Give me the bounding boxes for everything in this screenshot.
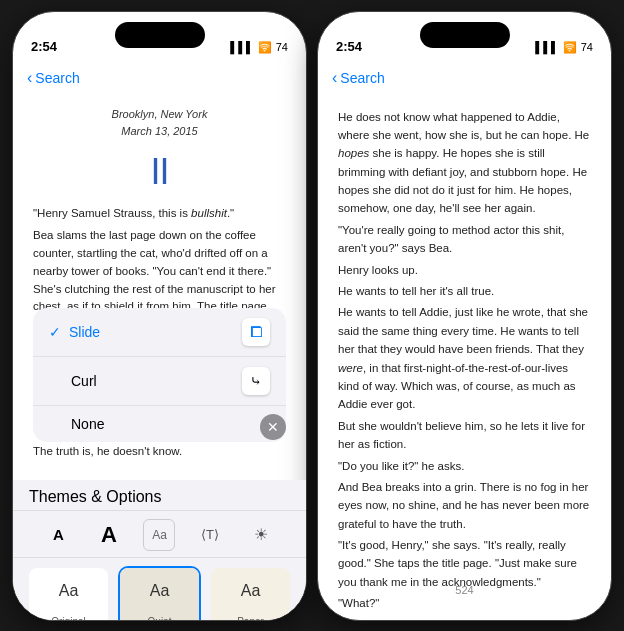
phones-container: 2:54 ▌▌▌ 🛜 74 ‹ Search Brooklyn, New Yor… — [12, 11, 612, 621]
font-controls: A A Aa ⟨T⟩ ☀ — [13, 511, 306, 558]
dynamic-island — [115, 22, 205, 48]
wifi-icon-2: 🛜 — [563, 41, 577, 54]
wifi-icon-1: 🛜 — [258, 41, 272, 54]
status-time-1: 2:54 — [31, 39, 57, 54]
theme-original[interactable]: Aa Original — [27, 566, 110, 621]
close-icon: ✕ — [267, 419, 279, 435]
status-icons-2: ▌▌▌ 🛜 74 — [535, 41, 593, 54]
nav-bar-2: ‹ Search — [318, 60, 611, 96]
brightness-button[interactable]: ☀ — [245, 519, 277, 551]
curl-icon: ⤷ — [242, 367, 270, 395]
themes-header: Themes & Options — [13, 480, 306, 511]
book-chapter: II — [33, 144, 286, 200]
close-button[interactable]: ✕ — [260, 414, 286, 440]
signal-icon-2: ▌▌▌ — [535, 41, 558, 53]
theme-paper-label: Paper — [211, 614, 290, 621]
status-time-2: 2:54 — [336, 39, 362, 54]
book-content-2: He does not know what happened to Addie,… — [318, 96, 611, 620]
chevron-left-icon-2: ‹ — [332, 69, 337, 87]
curl-label: Curl — [71, 373, 97, 389]
font-style-button[interactable]: ⟨T⟩ — [194, 519, 226, 551]
theme-paper-box: Aa — [211, 568, 290, 614]
signal-icon-1: ▌▌▌ — [230, 41, 253, 53]
font-large-button[interactable]: A — [93, 519, 125, 551]
theme-grid: Aa Original Aa Quiet Aa Paper Aa Bold Aa — [13, 558, 306, 621]
back-button-2[interactable]: ‹ Search — [332, 69, 385, 87]
slide-icon: ⧠ — [242, 318, 270, 346]
check-icon: ✓ — [49, 324, 61, 340]
transition-slide[interactable]: ✓ Slide ⧠ — [33, 308, 286, 357]
themes-title: Themes & Options — [29, 488, 162, 505]
slide-label: Slide — [69, 324, 100, 340]
theme-original-label: Original — [29, 614, 108, 621]
phone-1: 2:54 ▌▌▌ 🛜 74 ‹ Search Brooklyn, New Yor… — [12, 11, 307, 621]
p2-7: "Do you like it?" he asks. — [338, 457, 591, 475]
none-label: None — [71, 416, 104, 432]
book-location: Brooklyn, New York March 13, 2015 — [33, 106, 286, 140]
font-type-button[interactable]: Aa — [143, 519, 175, 551]
theme-quiet-label: Quiet — [120, 614, 199, 621]
theme-original-box: Aa — [29, 568, 108, 614]
back-button-1[interactable]: ‹ Search — [27, 69, 80, 87]
book-para-1: "Henry Samuel Strauss, this is bullshit.… — [33, 205, 286, 223]
page-number: 524 — [455, 582, 473, 600]
font-small-button[interactable]: A — [42, 519, 74, 551]
chevron-left-icon-1: ‹ — [27, 69, 32, 87]
battery-icon-1: 74 — [276, 41, 288, 53]
p2-11: "My thesis. Remember? I wanted to do it … — [338, 616, 591, 620]
theme-quiet-box: Aa — [120, 568, 199, 614]
p2-3: Henry looks up. — [338, 261, 591, 279]
phone-2: 2:54 ▌▌▌ 🛜 74 ‹ Search He does not know … — [317, 11, 612, 621]
theme-quiet[interactable]: Aa Quiet — [118, 566, 201, 621]
battery-icon-2: 74 — [581, 41, 593, 53]
p2-5: He wants to tell Addie, just like he wro… — [338, 303, 591, 413]
p2-1: He does not know what happened to Addie,… — [338, 108, 591, 218]
p2-4: He wants to tell her it's all true. — [338, 282, 591, 300]
back-label-1: Search — [35, 70, 79, 86]
transition-curl[interactable]: Curl ⤷ — [33, 357, 286, 406]
book-para-7: The truth is, he doesn't know. — [33, 443, 286, 461]
theme-paper[interactable]: Aa Paper — [209, 566, 292, 621]
transition-none[interactable]: None — [33, 406, 286, 442]
status-icons-1: ▌▌▌ 🛜 74 — [230, 41, 288, 54]
p2-2: "You're really going to method actor thi… — [338, 221, 591, 258]
transition-panel: ✓ Slide ⧠ Curl ⤷ None — [33, 308, 286, 442]
bottom-toolbar: Themes & Options A A Aa ⟨T⟩ ☀ Aa Origina… — [13, 480, 306, 620]
p2-6: But she wouldn't believe him, so he lets… — [338, 417, 591, 454]
nav-bar-1: ‹ Search — [13, 60, 306, 96]
p2-8: And Bea breaks into a grin. There is no … — [338, 478, 591, 533]
back-label-2: Search — [340, 70, 384, 86]
dynamic-island-2 — [420, 22, 510, 48]
